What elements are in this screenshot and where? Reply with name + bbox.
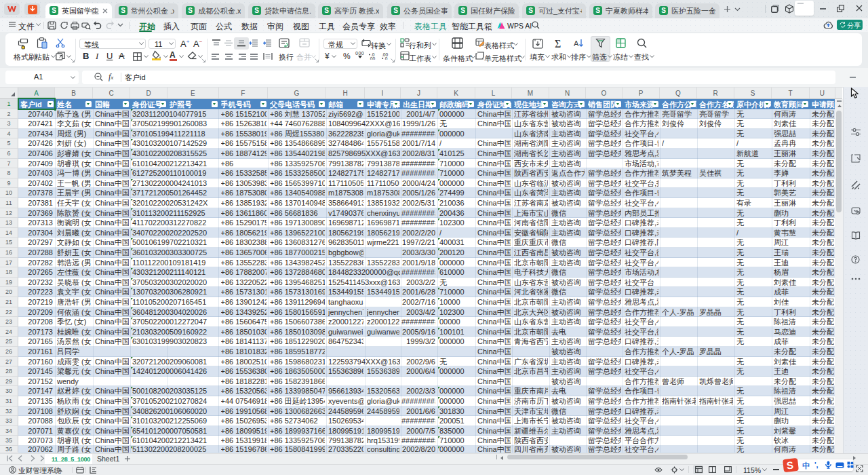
svg-text:.0: .0: [384, 56, 388, 60]
svg-text:.00: .00: [369, 56, 375, 60]
svg-text:A: A: [574, 39, 579, 48]
